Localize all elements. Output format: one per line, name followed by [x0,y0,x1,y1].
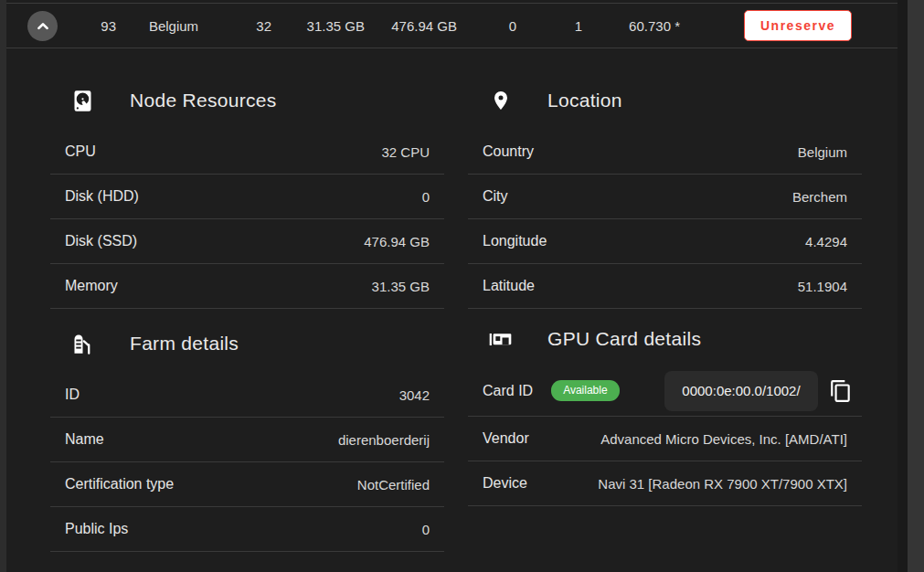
vendor-value: Advanced Micro Devices, Inc. [AMD/ATI] [600,431,847,447]
location-title: Location [547,90,622,111]
public-ips-value: 0 [422,522,430,537]
cpu-label: CPU [65,143,96,160]
device-row: Device Navi 31 [Radeon RX 7900 XT/7900 X… [468,461,862,506]
certification-value: NotCertified [357,477,430,493]
longitude-label: Longitude [483,233,547,249]
farm-id-label: ID [65,387,80,403]
gpu-available-badge: Available [551,380,619,401]
left-column: Node Resources CPU 32 CPU Disk (HDD) 0 D… [50,48,444,552]
country-value: Belgium [798,144,847,160]
disk-hdd-value: 0 [422,189,430,205]
gpu-count-cell: 1 [516,18,582,34]
farm-details-title: Farm details [130,333,239,355]
unreserve-button[interactable]: Unreserve [744,10,852,41]
certification-row: Certification type NotCertified [50,462,444,507]
right-gutter [897,0,908,572]
certification-label: Certification type [65,476,174,493]
barn-icon [70,332,95,356]
vendor-label: Vendor [483,430,529,447]
copy-icon [829,379,853,403]
device-value: Navi 31 [Radeon RX 7900 XT/7900 XTX] [598,476,847,492]
farm-id-row: ID 3042 [50,373,444,418]
farm-name-value: dierenboerderij [338,432,430,448]
scrollbar[interactable] [908,0,924,572]
farm-name-label: Name [65,431,104,448]
collapse-row-button[interactable] [27,11,58,41]
copy-card-id-button[interactable] [827,377,855,405]
price-cell: 60.730 * [582,18,680,34]
latitude-label: Latitude [483,278,535,294]
public-ips-row: Public Ips 0 [50,507,444,552]
right-column: Location Country Belgium City Berchem Lo… [468,48,862,552]
city-row: City Berchem [468,175,862,219]
card-id-value-field[interactable]: 0000:0e:00.0/1002/ [664,371,818,411]
disk-hdd-row: Disk (HDD) 0 [50,175,444,219]
location-header: Location [468,71,862,130]
node-details-page: 93 Belgium 32 31.35 GB 476.94 GB 0 1 60.… [0,0,924,572]
ram-cell: 31.35 GB [271,18,365,34]
node-id-cell: 93 [58,18,116,34]
farm-id-value: 3042 [399,387,430,403]
harddisk-icon [70,89,95,113]
card-id-row: Card ID Available 0000:0e:00.0/1002/ [468,365,862,417]
cpu-cell: 32 [231,18,271,34]
longitude-row: Longitude 4.4294 [468,219,862,264]
content-area: 93 Belgium 32 31.35 GB 476.94 GB 0 1 60.… [6,0,897,572]
country-label: Country [483,143,534,160]
longitude-value: 4.4294 [805,234,847,249]
gpu-details-header: GPU Card details [468,312,862,365]
city-label: City [483,188,508,205]
public-ips-label: Public Ips [65,521,128,537]
disk-ssd-label: Disk (SSD) [65,233,137,249]
city-value: Berchem [792,189,847,205]
disk-ssd-value: 476.94 GB [364,234,430,249]
cpu-row: CPU 32 CPU [50,130,444,175]
disk-hdd-label: Disk (HDD) [65,188,139,205]
map-marker-icon [488,89,513,113]
card-id-label: Card ID [483,383,533,399]
node-resources-header: Node Resources [50,71,444,130]
cpu-value: 32 CPU [381,144,430,160]
country-cell: Belgium [116,18,231,34]
hdd-cell: 0 [457,18,516,34]
farm-name-row: Name dierenboerderij [50,418,444,462]
ssd-cell: 476.94 GB [365,18,457,34]
country-row: Country Belgium [468,130,862,175]
latitude-value: 51.1904 [798,279,847,294]
chevron-up-icon [34,16,52,35]
memory-row: Memory 31.35 GB [50,264,444,309]
left-edge-strip [0,0,6,572]
vendor-row: Vendor Advanced Micro Devices, Inc. [AMD… [468,417,862,461]
actions-cell: Unreserve [680,10,897,41]
device-label: Device [483,475,527,492]
memory-value: 31.35 GB [372,279,430,294]
latitude-row: Latitude 51.1904 [468,264,862,309]
node-detail-panel: Node Resources CPU 32 CPU Disk (HDD) 0 D… [6,48,897,552]
node-resources-title: Node Resources [130,90,277,111]
node-table-row: 93 Belgium 32 31.35 GB 476.94 GB 0 1 60.… [6,3,897,48]
disk-ssd-row: Disk (SSD) 476.94 GB [50,219,444,264]
gpu-card-icon [488,327,513,352]
farm-details-header: Farm details [50,314,444,373]
gpu-details-title: GPU Card details [547,328,701,350]
memory-label: Memory [65,278,118,294]
